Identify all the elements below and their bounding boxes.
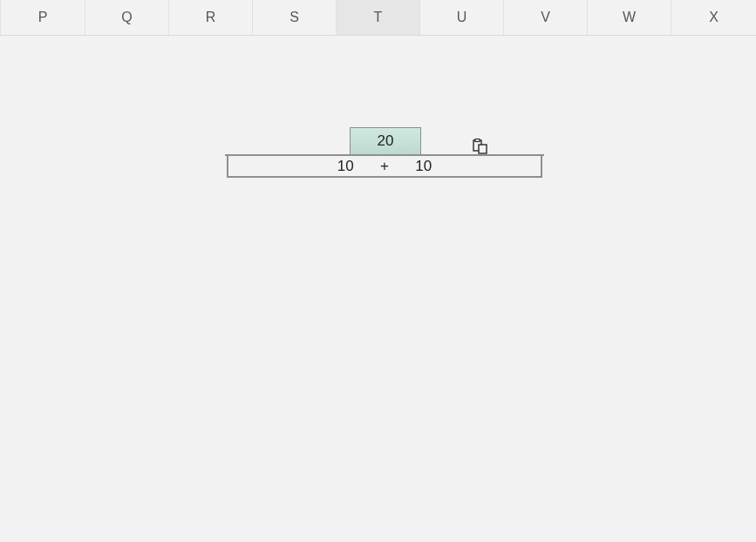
column-header-P[interactable]: P (0, 0, 85, 35)
formula-row[interactable]: 10 + 10 (227, 154, 542, 178)
column-header-S[interactable]: S (252, 0, 336, 35)
formula-operand-right: 10 (403, 156, 445, 176)
column-header-Q[interactable]: Q (85, 0, 168, 35)
column-header-R[interactable]: R (168, 0, 252, 35)
row-nub-right (528, 154, 544, 156)
paste-options-icon (473, 139, 488, 154)
row-nub-left (225, 154, 241, 156)
formula-operator: + (371, 156, 398, 176)
paste-options-button[interactable] (473, 139, 488, 154)
column-header-X[interactable]: X (671, 0, 756, 35)
column-header-V[interactable]: V (503, 0, 587, 35)
active-cell-value: 20 (351, 128, 420, 154)
column-header-row: P Q R S T U V W X (0, 0, 756, 36)
column-header-T[interactable]: T (336, 0, 419, 35)
column-header-U[interactable]: U (419, 0, 503, 35)
svg-rect-1 (475, 139, 480, 142)
formula-operand-left: 10 (324, 156, 366, 176)
active-cell[interactable]: 20 (350, 127, 421, 155)
column-header-W[interactable]: W (587, 0, 671, 35)
svg-rect-2 (479, 145, 487, 153)
